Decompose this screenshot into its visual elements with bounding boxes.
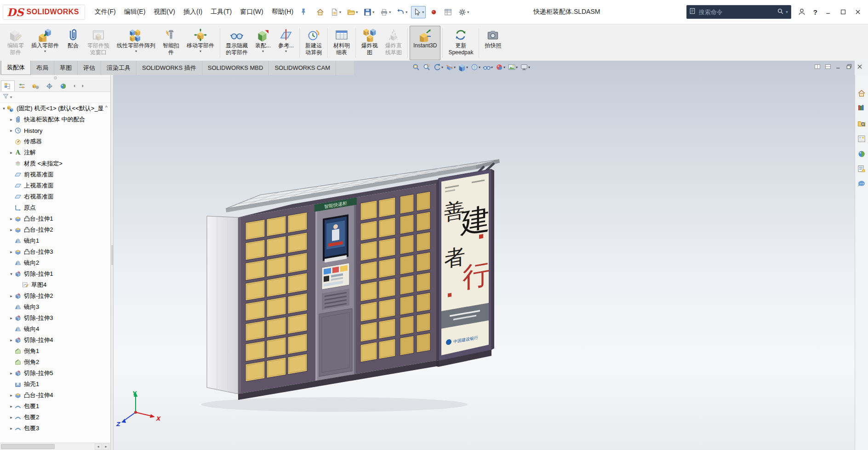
tab-solidworks-addins[interactable]: SOLIDWORKS 插件 <box>137 61 202 75</box>
expand-arrow-icon[interactable]: ▸ <box>8 294 14 298</box>
tree-item[interactable]: ▸包覆1 <box>0 401 110 412</box>
help-button[interactable]: ? <box>812 8 818 16</box>
tree-item[interactable]: ▸History <box>0 125 110 136</box>
ribbon-show-hidden-button[interactable]: 显示隐藏的零部件 <box>222 26 251 60</box>
menu-insert[interactable]: 插入(I) <box>179 5 206 19</box>
save-button[interactable]: ▾ <box>361 6 376 18</box>
ribbon-motion-study-button[interactable]: 新建运动算例 <box>302 26 326 60</box>
pane-split-button[interactable] <box>814 63 821 70</box>
tree-item[interactable]: ▸包覆3 <box>0 423 110 434</box>
menu-tools[interactable]: 工具(T) <box>206 5 236 19</box>
pin-icon[interactable] <box>299 8 308 16</box>
dropdown-caret-icon[interactable]: ▾ <box>285 49 287 53</box>
search-scope-icon[interactable] <box>689 7 696 17</box>
view-orientation-button[interactable]: ▾ <box>457 62 468 72</box>
expand-arrow-icon[interactable]: ▸ <box>8 128 14 133</box>
zoom-fit-button[interactable] <box>411 62 421 72</box>
dropdown-caret-icon[interactable]: ▾ <box>44 49 46 53</box>
hscroll-thumb[interactable] <box>1 444 55 449</box>
tree-item[interactable]: ▸A注解 <box>0 147 110 158</box>
tab-sketch[interactable]: 草图 <box>54 61 78 75</box>
tree-item[interactable]: 右视基准面 <box>0 191 110 202</box>
display-style-button[interactable]: ▾ <box>470 62 481 72</box>
ribbon-mate-button[interactable]: 配合 <box>63 26 84 60</box>
tree-item[interactable]: 镜向2 <box>0 257 110 268</box>
tree-item[interactable]: 镜向3 <box>0 302 110 313</box>
graphics-viewport[interactable]: 智能快递柜 <box>114 61 855 450</box>
tree-item[interactable]: ▸凸台-拉伸4 <box>0 390 110 401</box>
tree-item[interactable]: 传感器 <box>0 136 110 147</box>
filter-caret-icon[interactable]: ▾ <box>10 95 12 99</box>
edit-appearance-button[interactable]: ▾ <box>495 62 506 72</box>
expand-arrow-icon[interactable]: ▸ <box>8 426 14 431</box>
expand-arrow-icon[interactable]: ▸ <box>8 393 14 398</box>
tree-item[interactable]: ▸快递柜装配体 中的配合 <box>0 114 110 125</box>
ribbon-update-speedpak-button[interactable]: 更新Speedpak <box>445 26 477 60</box>
panel-grip[interactable] <box>0 75 110 80</box>
view-settings-button[interactable]: ▾ <box>520 62 531 72</box>
new-document-button[interactable]: ▾ <box>328 6 343 18</box>
search-caret-icon[interactable]: ▾ <box>786 10 788 14</box>
tree-item[interactable]: ▸包覆2 <box>0 412 110 423</box>
expand-arrow-icon[interactable]: ▸ <box>8 216 14 221</box>
tree-item[interactable]: ▸凸台-拉伸3 <box>0 246 110 257</box>
expand-arrow-icon[interactable]: ▸ <box>8 415 14 420</box>
options-button[interactable]: ▾ <box>456 6 471 18</box>
search-input[interactable] <box>698 8 775 16</box>
ribbon-exploded-view-button[interactable]: 爆炸视图 <box>358 26 382 60</box>
tab-solidworks-mbd[interactable]: SOLIDWORKS MBD <box>202 61 269 75</box>
expand-arrow-icon[interactable]: ▸ <box>8 338 14 342</box>
minimize-button[interactable] <box>824 7 833 17</box>
tab-scroll-right-button[interactable] <box>79 80 86 91</box>
expand-arrow-icon[interactable]: ▸ <box>8 228 14 232</box>
ribbon-insert-component-button[interactable]: 插入零部件▾ <box>28 26 63 60</box>
taskpane-appearances-button[interactable] <box>857 149 866 159</box>
ribbon-linear-pattern-button[interactable]: 线性零部件阵列▾ <box>113 26 159 60</box>
ribbon-smart-fasteners-button[interactable]: 智能扣件 <box>159 26 183 60</box>
tree-item[interactable]: 倒角2 <box>0 357 110 368</box>
previous-view-button[interactable]: ▾ <box>433 62 444 72</box>
undo-button[interactable]: ▾ <box>394 6 409 18</box>
expand-arrow-icon[interactable]: ▾ <box>1 106 7 111</box>
expand-arrow-icon[interactable]: ▸ <box>8 150 14 155</box>
taskpane-custom-properties-button[interactable] <box>857 165 866 174</box>
expand-arrow-icon[interactable]: ▸ <box>8 371 14 376</box>
tree-item[interactable]: ▸凸台-拉伸2 <box>0 224 110 235</box>
expand-arrow-icon[interactable]: ▸ <box>8 316 14 320</box>
search-icon[interactable] <box>777 8 784 17</box>
tree-item[interactable]: 材质 <未指定> <box>0 158 110 169</box>
propertymanager-tab[interactable] <box>15 80 29 91</box>
task-pane-grid-button[interactable] <box>442 6 454 18</box>
tree-item[interactable]: ▾切除-拉伸1 <box>0 268 110 279</box>
tree-item[interactable]: 镜向4 <box>0 324 110 335</box>
expand-arrow-icon[interactable]: ▸ <box>8 117 14 122</box>
print-button[interactable]: ▾ <box>378 6 393 18</box>
taskpane-home-button[interactable] <box>857 89 866 98</box>
tree-item[interactable]: 倒角1 <box>0 346 110 357</box>
configurationmanager-tab[interactable] <box>29 80 42 91</box>
pane-tile-button[interactable] <box>824 63 832 70</box>
expand-arrow-icon[interactable]: ▸ <box>8 404 14 409</box>
menu-help[interactable]: 帮助(H) <box>268 5 297 19</box>
close-doc-button[interactable] <box>856 63 863 70</box>
tree-item[interactable]: 镜向1 <box>0 235 110 246</box>
tab-render-tools[interactable]: 渲染工具 <box>101 61 137 75</box>
tree-item[interactable]: ▸切除-拉伸2 <box>0 291 110 302</box>
tree-item[interactable]: 草图4 <box>0 279 110 291</box>
hscroll-right-button[interactable]: ▸ <box>103 444 109 450</box>
select-tool-button[interactable]: ▾ <box>411 6 426 18</box>
dropdown-caret-icon[interactable]: ▾ <box>135 49 137 53</box>
featuremanager-tab[interactable] <box>1 80 15 91</box>
section-view-button[interactable]: ▾ <box>445 62 456 72</box>
tree-filter[interactable]: ▾ <box>0 92 110 103</box>
tree-item[interactable]: ▸凸台-拉伸1 <box>0 213 110 224</box>
tree-item[interactable]: ▸切除-拉伸5 <box>0 368 110 379</box>
displaymanager-tab[interactable] <box>56 80 70 91</box>
open-document-button[interactable]: ▾ <box>345 6 360 18</box>
expand-arrow-icon[interactable]: ▾ <box>8 272 14 276</box>
zoom-area-button[interactable] <box>422 62 431 72</box>
ribbon-assembly-features-button[interactable]: 装配...▾ <box>251 26 274 60</box>
dimxpertmanager-tab[interactable] <box>42 80 56 91</box>
tree-item[interactable]: 抽壳1 <box>0 379 110 390</box>
tree-hscrollbar[interactable]: ◂ ▸ <box>0 443 110 450</box>
